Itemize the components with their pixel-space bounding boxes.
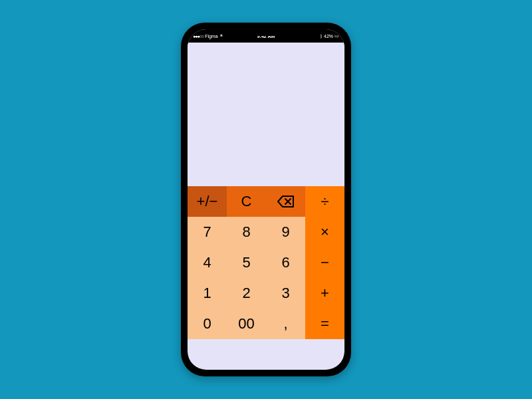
digit-8-button[interactable]: 8 xyxy=(227,217,266,247)
digit-00-button[interactable]: 00 xyxy=(227,309,266,339)
digit-6-button[interactable]: 6 xyxy=(266,247,305,278)
digit-5-button[interactable]: 5 xyxy=(227,247,266,278)
battery-icon: ▭ xyxy=(334,33,339,39)
phone-screen: ●●●○○ Figma ✶ 9:42 AM ᛒ 42% ▭ +/− C xyxy=(188,29,344,370)
multiply-button[interactable]: × xyxy=(305,217,344,247)
plus-button[interactable]: + xyxy=(305,278,344,309)
clear-button[interactable]: C xyxy=(227,186,266,217)
digit-1-button[interactable]: 1 xyxy=(188,278,227,309)
phone-frame: ●●●○○ Figma ✶ 9:42 AM ᛒ 42% ▭ +/− C xyxy=(181,23,351,376)
minus-button[interactable]: − xyxy=(305,247,344,278)
decimal-button[interactable]: , xyxy=(266,309,305,339)
backspace-button[interactable] xyxy=(266,186,305,217)
battery-pct: 42% xyxy=(324,34,333,39)
digit-4-button[interactable]: 4 xyxy=(188,247,227,278)
digit-9-button[interactable]: 9 xyxy=(266,217,305,247)
digit-7-button[interactable]: 7 xyxy=(188,217,227,247)
status-right: ᛒ 42% ▭ xyxy=(320,33,339,39)
digit-3-button[interactable]: 3 xyxy=(266,278,305,309)
status-left: ●●●○○ Figma ✶ xyxy=(193,33,223,39)
phone-notch xyxy=(226,23,306,36)
digit-2-button[interactable]: 2 xyxy=(227,278,266,309)
calc-keypad: +/− C ÷ 7 8 9 × 4 5 6 − 1 2 3 xyxy=(188,186,344,370)
divide-button[interactable]: ÷ xyxy=(305,186,344,217)
calc-display xyxy=(188,43,344,186)
bluetooth-icon: ᛒ xyxy=(320,34,323,39)
plus-minus-button[interactable]: +/− xyxy=(188,186,227,217)
wifi-icon: ✶ xyxy=(219,33,223,39)
digit-0-button[interactable]: 0 xyxy=(188,309,227,339)
backspace-icon xyxy=(277,196,295,207)
equals-button[interactable]: = xyxy=(305,309,344,339)
signal-icon: ●●●○○ xyxy=(193,34,203,39)
carrier-label: Figma xyxy=(205,34,217,39)
